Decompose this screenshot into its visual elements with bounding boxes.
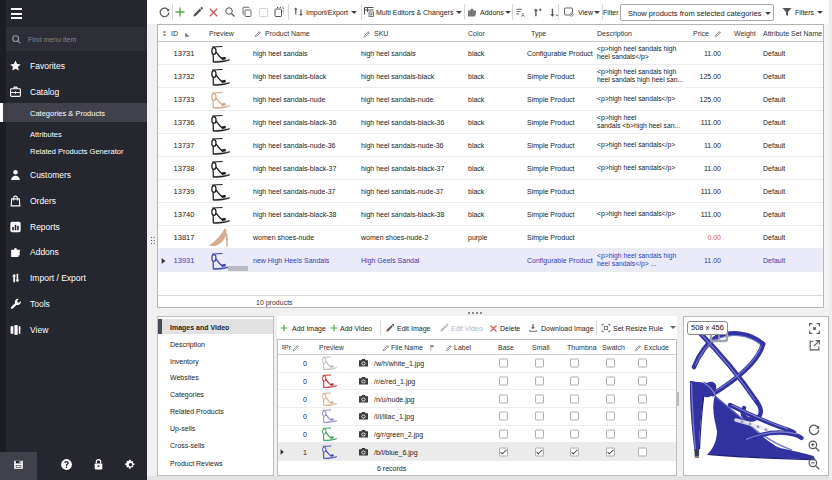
svg-text:A: A xyxy=(521,12,525,18)
